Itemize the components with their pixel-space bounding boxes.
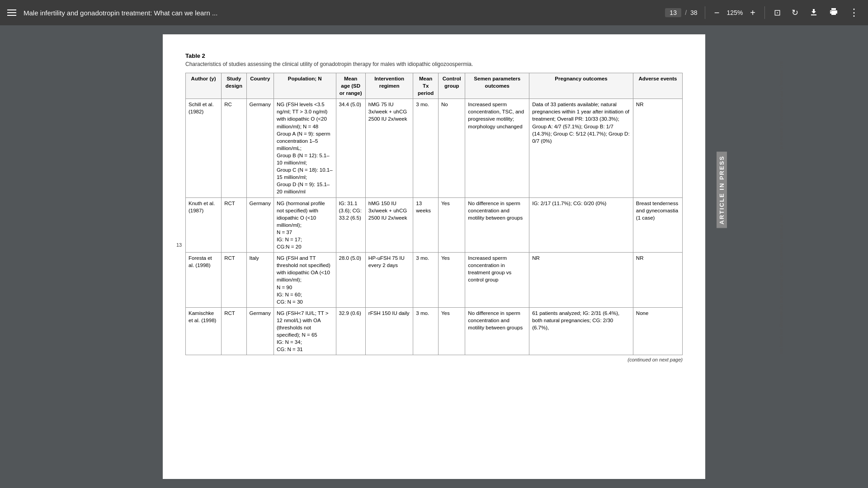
table-cell: No difference in sperm concentration and…	[465, 307, 529, 355]
table-cell: RCT	[222, 197, 246, 253]
table-cell: Knuth et al. (1987)	[186, 197, 222, 253]
table-header-row: Author (y) Study design Country Populati…	[186, 73, 683, 99]
page-total: 38	[690, 9, 698, 16]
table-cell: NG (FSH and TT threshold not specified) …	[274, 253, 336, 308]
table-cell: Germany	[246, 307, 274, 355]
table-row: Foresta et al. (1998)RCTItalyNG (FSH and…	[186, 253, 683, 308]
col-semen: Semen parameters outcomes	[465, 73, 529, 99]
rotate-button[interactable]: ↻	[790, 6, 800, 19]
table-cell: Yes	[438, 307, 465, 355]
table-cell: Germany	[246, 99, 274, 197]
continued-label: (continued on next page)	[185, 357, 683, 362]
table-cell: RCT	[222, 307, 246, 355]
table-cell: 3 mo.	[413, 253, 439, 308]
divider-2	[764, 6, 765, 19]
table-cell: Kamischke et al. (1998)	[186, 307, 222, 355]
col-adverse: Adverse events	[633, 73, 682, 99]
page-navigation: / 38	[665, 8, 697, 17]
table-cell: Italy	[246, 253, 274, 308]
table-cell: Increased sperm concentration, TSC, and …	[465, 99, 529, 197]
table-cell: Yes	[438, 253, 465, 308]
download-button[interactable]	[807, 5, 820, 20]
table-cell: RCT	[222, 253, 246, 308]
zoom-out-button[interactable]: −	[712, 8, 722, 18]
table-cell: No	[438, 99, 465, 197]
toolbar-right: ⋮	[807, 5, 861, 20]
content-area: S.C. Esteves, A.P.P. Achiermann, M. Simo…	[0, 25, 868, 488]
col-author: Author (y)	[186, 73, 222, 99]
table-cell: Foresta et al. (1998)	[186, 253, 222, 308]
print-button[interactable]	[827, 5, 840, 20]
document-title: Male infertility and gonadotropin treatm…	[24, 9, 658, 17]
table-cell: IG: 2/17 (11.7%); CG: 0/20 (0%)	[529, 197, 633, 253]
table-cell: Yes	[438, 197, 465, 253]
table-cell: Schill et al. (1982)	[186, 99, 222, 197]
page-number-input[interactable]	[665, 8, 681, 17]
zoom-controls: − 125% +	[712, 8, 757, 18]
col-population: Population; N	[274, 73, 336, 99]
table-cell: NG (FSH<7 IU/L; TT > 12 nmol/L) with OA …	[274, 307, 336, 355]
table-subcaption: Characteristics of studies assessing the…	[185, 61, 683, 67]
table-row: Schill et al. (1982)RCGermanyNG (FSH lev…	[186, 99, 683, 197]
table-caption: Table 2	[185, 52, 683, 59]
col-study: Study design	[222, 73, 246, 99]
table-row: Knuth et al. (1987)RCTGermanyNG (hormona…	[186, 197, 683, 253]
table-cell: None	[633, 307, 682, 355]
table-cell: 3 mo.	[413, 99, 439, 197]
fit-page-button[interactable]: ⊡	[772, 6, 783, 19]
table-cell: NR	[633, 253, 682, 308]
zoom-in-button[interactable]: +	[748, 8, 757, 18]
table-cell: HP-uFSH 75 IU every 2 days	[365, 253, 413, 308]
table-cell: 13 weeks	[413, 197, 439, 253]
col-age: Mean age (SD or range)	[336, 73, 365, 99]
col-tx: Mean Tx period	[413, 73, 439, 99]
side-label-right: S.C. Esteves, A.P.P. Achiermann, M. Simo…	[712, 61, 784, 150]
more-options-button[interactable]: ⋮	[847, 5, 861, 20]
table-cell: 28.0 (5.0)	[336, 253, 365, 308]
table-cell: RC	[222, 99, 246, 197]
table-cell: NG (hormonal profile not specified) with…	[274, 197, 336, 253]
zoom-value: 125%	[724, 9, 745, 16]
table-cell: NG (FSH levels <3.5 ng/ml; TT > 3.0 ng/m…	[274, 99, 336, 197]
table-cell: IG: 31.1 (3.6); CG: 33.2 (6.5)	[336, 197, 365, 253]
col-pregnancy: Pregnancy outcomes	[529, 73, 633, 99]
pdf-page: S.C. Esteves, A.P.P. Achiermann, M. Simo…	[163, 34, 705, 479]
table-cell: 34.4 (5.0)	[336, 99, 365, 197]
menu-button[interactable]	[7, 9, 16, 16]
table-cell: hMG 75 IU 3x/week + uhCG 2500 IU 2x/week	[365, 99, 413, 197]
col-control: Control group	[438, 73, 465, 99]
table-cell: Increased sperm concentration in treatme…	[465, 253, 529, 308]
table-cell: 3 mo.	[413, 307, 439, 355]
table-cell: Data of 33 patients available; natural p…	[529, 99, 633, 197]
table-cell: NR	[633, 99, 682, 197]
col-intervention: Intervention regimen	[365, 73, 413, 99]
table-cell: hMG 150 IU 3x/week + uhCG 2500 IU 2x/wee…	[365, 197, 413, 253]
side-label-bottom: Best Practice & Research Clinical Obstet…	[712, 215, 784, 354]
table-cell: Breast tenderness and gynecomastia (1 ca…	[633, 197, 682, 253]
page-number-label: 13	[176, 242, 182, 248]
toolbar: Male infertility and gonadotropin treatm…	[0, 0, 868, 25]
article-in-press-label: ARTICLE IN PRESS	[717, 152, 727, 228]
table-row: Kamischke et al. (1998)RCTGermanyNG (FSH…	[186, 307, 683, 355]
main-table: Author (y) Study design Country Populati…	[185, 73, 683, 355]
table-cell: Germany	[246, 197, 274, 253]
table-cell: 61 patients analyzed; IG: 2/31 (6.4%), b…	[529, 307, 633, 355]
page-separator: /	[685, 9, 687, 16]
table-cell: NR	[529, 253, 633, 308]
col-country: Country	[246, 73, 274, 99]
table-cell: rFSH 150 IU daily	[365, 307, 413, 355]
divider-1	[705, 6, 705, 19]
table-cell: 32.9 (0.6)	[336, 307, 365, 355]
table-cell: No difference in sperm concentration and…	[465, 197, 529, 253]
